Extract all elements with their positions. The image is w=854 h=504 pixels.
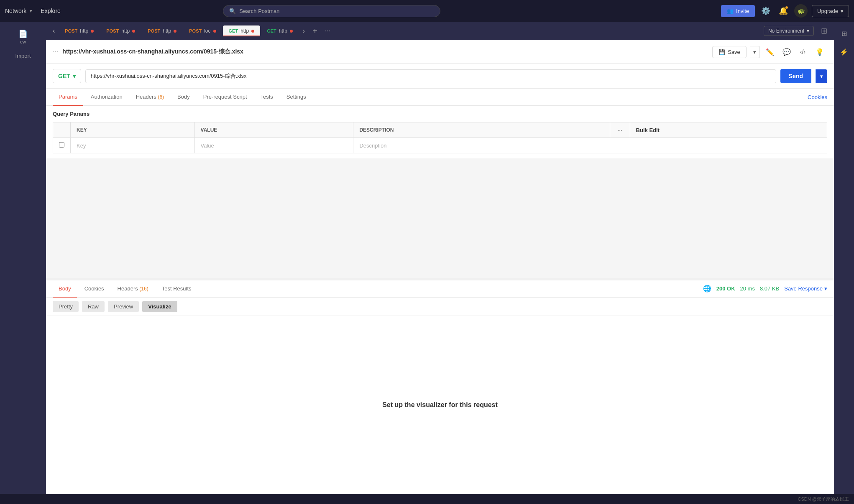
resp-test-results-label: Test Results (162, 285, 192, 292)
lightbulb-button[interactable]: 💡 (812, 44, 827, 59)
tab-settings[interactable]: Settings (281, 89, 312, 106)
add-tab-button[interactable]: + (309, 25, 321, 38)
tab-2[interactable]: POST http (100, 25, 141, 36)
notifications-button[interactable]: 🔔 (777, 4, 790, 18)
method-selector[interactable]: GET ▾ (53, 69, 81, 83)
tab-headers[interactable]: Headers (6) (130, 89, 170, 106)
tab-5-dot (251, 30, 254, 33)
new-label: ew (8, 39, 38, 44)
footer: CSDN @双子座的农民工 (0, 494, 854, 504)
avatar[interactable]: 🐢 (794, 4, 808, 18)
left-panel: 📄 ew Import (0, 22, 46, 494)
tab-6[interactable]: GET http (261, 25, 299, 36)
request-spacer (46, 158, 834, 278)
actions-col-header[interactable]: ··· (610, 122, 630, 138)
invite-button[interactable]: 👥 Invite (721, 5, 755, 17)
pretty-label: Pretty (59, 303, 73, 310)
comment-icon-button[interactable]: 💬 (780, 46, 793, 58)
url-input[interactable] (85, 69, 776, 83)
body-tab-visualize[interactable]: Visualize (142, 301, 177, 312)
body-tab-pretty[interactable]: Pretty (53, 301, 79, 312)
tab-3-method: POST (148, 28, 160, 33)
tab-tests[interactable]: Tests (255, 89, 279, 106)
tab-prev-button[interactable]: ‹ (49, 25, 58, 36)
save-button[interactable]: 💾 Save (712, 46, 747, 58)
body-tab-preview[interactable]: Preview (108, 301, 139, 312)
description-col-header: DESCRIPTION (353, 122, 610, 138)
search-bar[interactable]: 🔍 Search Postman (223, 5, 440, 17)
checkbox-col-header (53, 122, 71, 138)
response-body-tabs: Pretty Raw Preview Visualize (46, 298, 834, 316)
import-label: Import (15, 53, 31, 59)
network-chevron[interactable]: ▾ (30, 8, 32, 14)
env-label: No Environment (768, 28, 804, 34)
tab-body-label: Body (177, 94, 190, 100)
params-section: Query Params KEY VALUE DESCRIPTION ··· (46, 106, 834, 158)
explore-label[interactable]: Explore (41, 8, 60, 14)
send-dropdown-button[interactable]: ▾ (816, 69, 827, 83)
bulk-edit-button[interactable]: Bulk Edit (636, 127, 660, 133)
request-builder: GET ▾ Send ▾ Params Authorization (46, 64, 834, 278)
tab-1[interactable]: POST http (59, 25, 100, 36)
tab-authorization[interactable]: Authorization (85, 89, 128, 106)
import-button[interactable]: Import (3, 49, 43, 62)
row-checkbox-input[interactable] (59, 142, 64, 148)
url-bar: ··· https://vhr-xushuai.oss-cn-shanghai.… (46, 40, 834, 64)
invite-label: Invite (736, 8, 749, 14)
tab-2-dot (132, 30, 135, 33)
method-label: GET (58, 73, 70, 79)
globe-icon: 🌐 (703, 285, 711, 293)
rs-agent-button[interactable]: ⚡ (836, 44, 851, 59)
save-response-button[interactable]: Save Response ▾ (784, 285, 827, 292)
resp-tab-cookies[interactable]: Cookies (79, 280, 110, 298)
tab-prerequest[interactable]: Pre-request Script (197, 89, 253, 106)
description-cell[interactable]: Description (353, 138, 610, 153)
tab-more-button[interactable]: ··· (322, 25, 334, 36)
tab-settings-label: Settings (286, 94, 306, 100)
tab-4-dot (213, 30, 216, 33)
tab-3[interactable]: POST http (142, 25, 182, 36)
value-col-header: VALUE (194, 122, 353, 138)
save-dropdown-button[interactable]: ▾ (750, 46, 760, 58)
tab-2-method: POST (106, 28, 119, 33)
key-cell[interactable]: Key (71, 138, 195, 153)
table-row: Key Value Description (53, 138, 827, 153)
upgrade-chevron: ▾ (841, 8, 844, 14)
tab-tests-label: Tests (261, 94, 273, 100)
resp-cookies-label: Cookies (84, 285, 104, 292)
env-selector[interactable]: No Environment ▾ (764, 26, 814, 36)
method-chevron: ▾ (73, 73, 76, 79)
layout-icon: ⊞ (841, 30, 847, 38)
table-more-button[interactable]: ··· (617, 127, 622, 133)
rs-layout-button[interactable]: ⊞ (836, 26, 851, 41)
send-button[interactable]: Send (780, 69, 811, 83)
tab-4[interactable]: POST loc (183, 25, 222, 36)
resp-tab-test-results[interactable]: Test Results (156, 280, 197, 298)
value-cell[interactable]: Value (194, 138, 353, 153)
save-response-chevron: ▾ (824, 285, 827, 292)
resp-headers-badge: (16) (139, 286, 148, 292)
row-checkbox[interactable] (53, 138, 71, 153)
upgrade-button[interactable]: Upgrade ▾ (812, 5, 849, 17)
resp-tab-body[interactable]: Body (53, 280, 77, 298)
tab-5[interactable]: GET http (223, 25, 261, 36)
env-settings-button[interactable]: ⊞ (817, 24, 831, 38)
status-badge: 200 OK (716, 285, 735, 292)
headers-badge: (6) (158, 94, 164, 100)
new-button[interactable]: 📄 ew (3, 26, 43, 48)
settings-button[interactable]: ⚙️ (759, 4, 772, 18)
gear-icon: ⚙️ (761, 6, 770, 15)
tab-next-button[interactable]: › (299, 25, 308, 36)
resp-tab-headers[interactable]: Headers (16) (112, 280, 154, 298)
cookies-link[interactable]: Cookies (808, 94, 827, 100)
response-section: Body Cookies Headers (16) Test Results 🌐… (46, 278, 834, 494)
body-tab-raw[interactable]: Raw (82, 301, 105, 312)
url-bar-dots-button[interactable]: ··· (53, 48, 58, 56)
code-button[interactable]: ‹/› (797, 47, 809, 57)
tab-params[interactable]: Params (53, 89, 83, 106)
edit-icon-button[interactable]: ✏️ (763, 46, 777, 58)
network-label[interactable]: Network (5, 8, 26, 14)
tab-body[interactable]: Body (171, 89, 196, 106)
invite-icon: 👥 (727, 8, 734, 14)
raw-label: Raw (88, 303, 99, 310)
